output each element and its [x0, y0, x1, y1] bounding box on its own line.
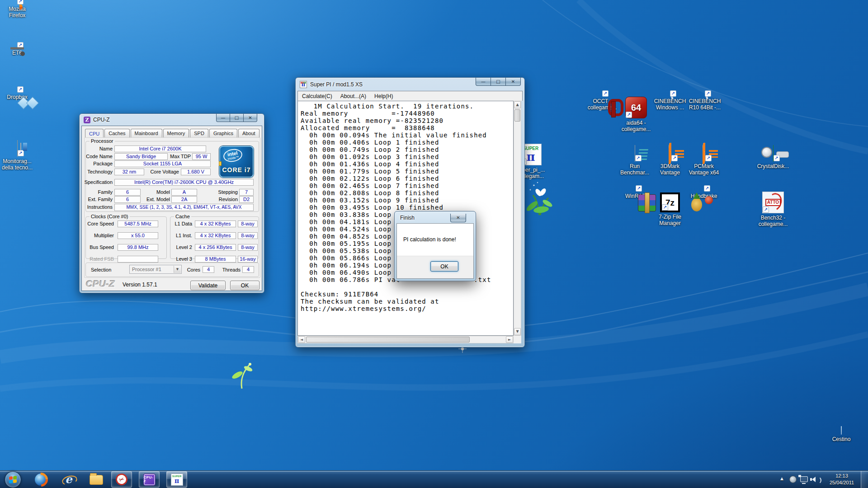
version-text: Version 1.57.1 — [123, 282, 157, 288]
cpuz-tab[interactable]: CPU — [85, 129, 104, 138]
atto-icon: ATTO ↗ — [762, 192, 784, 213]
cache-group: Cache L1 Data 4 x 32 KBytes 8-way L1 Ins… — [170, 216, 259, 259]
cpuz-tab[interactable]: Memory — [163, 129, 189, 138]
desktop-icon-occt[interactable]: ↗ OCCT - collegame... — [585, 97, 619, 111]
desktop: ↗ Mozilla Firefox ↗ ET6 ↗ Dro — [0, 0, 868, 488]
ok-button[interactable]: OK — [230, 281, 259, 290]
desktop-icon-bench32-atto[interactable]: ATTO ↗ Bench32 - collegame... — [756, 192, 790, 227]
desktop-icon-cinebench-windows[interactable]: ↗ CINEBENCH Windows ... — [653, 97, 687, 111]
cpuz-tab[interactable]: SPD — [190, 129, 208, 138]
snipping-tool-icon: ✂ — [114, 472, 129, 487]
volume-icon[interactable] — [812, 477, 816, 482]
network-icon[interactable] — [800, 476, 808, 482]
desktop-icon-label: aida64 - collegame... — [619, 120, 653, 132]
ok-button[interactable]: OK — [430, 261, 458, 272]
group-title: Processor — [90, 138, 115, 144]
package-label: Package — [80, 161, 113, 167]
start-button[interactable] — [5, 471, 21, 488]
scroll-right-button[interactable]: ► — [506, 336, 513, 343]
cpu-name-field: Intel Core i7 2600K — [114, 145, 206, 152]
desktop-icon-pcmark-vantage[interactable]: ↗ PCMark Vantage x64 — [687, 145, 721, 176]
desktop-icon-7zip[interactable]: 7z ↗ 7-Zip File Manager — [653, 192, 687, 226]
desktop-icon-mozilla-firefox[interactable]: ↗ Mozilla Firefox — [0, 5, 34, 19]
shortcut-arrow-icon: ↗ — [602, 90, 609, 97]
hidden-icons-arrow[interactable]: ▲ — [780, 477, 783, 481]
menu-item[interactable]: About...(A) — [336, 92, 370, 101]
finish-dialog: Finish ✕ PI calculation is done! OK — [394, 211, 476, 281]
maximize-button[interactable]: □ — [491, 78, 506, 86]
desktop-icon-monitoraggio[interactable]: ↗ Monitorag... della tecno... — [0, 141, 34, 171]
horizontal-scrollbar[interactable]: ◄ ► — [297, 336, 514, 343]
desktop-icon-aida64[interactable]: 64 ↗ aida64 - collegame... — [619, 97, 653, 132]
specification-field: Intel(R) Core(TM) i7-2600K CPU @ 3.40GHz — [114, 179, 254, 186]
minimize-button[interactable]: — — [476, 78, 491, 86]
desktop-icon-cinebench-r10[interactable]: ↗ CINEBENCH R10 64Bit -... — [688, 97, 722, 111]
desktop-icon-crystaldiskmark[interactable]: ↗ CrystalDisk... — [756, 145, 790, 169]
family-label: Family — [80, 189, 113, 195]
close-button[interactable]: ✕ — [243, 114, 257, 122]
taskbar-snipping-tool-button[interactable]: ✂ — [111, 471, 132, 488]
group-title: Cache — [174, 214, 191, 220]
shortcut-arrow-icon: ↗ — [705, 90, 711, 97]
show-desktop-button[interactable] — [861, 471, 868, 488]
model-label: Model — [143, 189, 170, 195]
clock-row: Core Speed 5487.5 MHz — [86, 221, 166, 229]
cpuz-tab[interactable]: Mainboard — [131, 129, 162, 138]
finish-dialog-body: PI calculation is done! OK — [396, 223, 474, 279]
threads-label: Threads — [219, 267, 241, 273]
menu-item[interactable]: Help(H) — [370, 92, 397, 101]
horizontal-scroll-thumb[interactable] — [306, 337, 470, 343]
intel-core-i7-logo: intelinside™ CORE i7 — [219, 146, 254, 178]
minimize-button[interactable]: — — [216, 114, 230, 122]
scroll-left-button[interactable]: ◄ — [298, 336, 305, 343]
specification-label: Specification — [80, 179, 113, 185]
taskbar-super-pi-button[interactable]: SUPER π — [166, 471, 187, 488]
instructions-label: Instructions — [80, 204, 113, 210]
threads-field: 4 — [242, 266, 254, 273]
close-button[interactable]: ✕ — [505, 78, 521, 86]
desktop-icon-recycle-bin[interactable]: Cestino — [824, 427, 859, 442]
ext-model-field: 2A — [171, 196, 197, 203]
shortcut-arrow-icon: ↗ — [763, 206, 769, 213]
shortcut-arrow-icon: ↗ — [635, 155, 642, 161]
scroll-up-button[interactable]: ▲ — [514, 101, 521, 108]
cpuz-tab[interactable]: Graphics — [209, 129, 237, 138]
scroll-down-button[interactable]: ▼ — [514, 328, 521, 335]
maximize-button[interactable]: □ — [230, 114, 244, 122]
desktop-icon-3dmark-vantage[interactable]: ↗ 3DMark Vantage — [653, 145, 687, 176]
shortcut-arrow-icon: ↗ — [705, 155, 712, 161]
cpuz-tab[interactable]: About — [238, 129, 259, 138]
desktop-icon-winrar[interactable]: ↗ WinRAR — [618, 192, 653, 199]
maxtdp-field: 95 W — [192, 153, 211, 160]
taskbar-cpuz-button[interactable]: CPU-Z — [139, 471, 160, 488]
shortcut-arrow-icon: ↗ — [662, 204, 668, 211]
cpuz-tab[interactable]: Caches — [104, 129, 129, 138]
desktop-icon-label: 7-Zip File Manager — [653, 214, 687, 226]
shortcut-arrow-icon: ↗ — [670, 90, 676, 97]
taskbar-clock[interactable]: 12:13 25/04/2011 — [826, 473, 858, 486]
processor-select[interactable]: Processor #1 ▼ — [129, 265, 182, 274]
clocks-group: Clocks (Core #0) Core Speed 5487.5 MHz M… — [85, 216, 167, 259]
cpuz-tab-strip: CPU Caches Mainboard Memory SPD Graphics… — [85, 129, 260, 138]
validate-button[interactable]: Validate — [190, 281, 226, 290]
cpuz-window: Z CPU-Z — □ ✕ CPU Caches Mainboard Memor… — [79, 113, 264, 293]
script-file-icon: ↗ — [635, 145, 635, 162]
core-voltage-field: 1.680 V — [181, 169, 211, 175]
desktop-icon-label: Handbrake — [687, 193, 721, 199]
desktop-icon-et6[interactable]: ↗ ET6 — [0, 48, 34, 56]
desktop-icon-dropbox[interactable]: ↗ Dropbox — [0, 93, 34, 100]
taskbar-internet-explorer-button[interactable]: e — [60, 471, 78, 488]
taskbar-firefox-button[interactable] — [32, 471, 50, 488]
menu-item[interactable]: Calculate(C) — [298, 92, 336, 101]
vertical-scrollbar[interactable]: ▲ ▼ — [514, 101, 521, 336]
close-icon[interactable]: ✕ — [450, 214, 466, 222]
firefox-icon — [35, 474, 47, 486]
codename-field: Sandy Bridge — [114, 153, 168, 160]
super-pi-app-icon: π — [300, 81, 307, 88]
desktop-icon-label: CINEBENCH R10 64Bit -... — [688, 98, 722, 111]
vertical-scroll-thumb[interactable] — [514, 109, 520, 122]
desktop-icon-handbrake[interactable]: ↗ Handbrake — [687, 192, 721, 199]
tray-badge-icon[interactable] — [789, 476, 797, 483]
desktop-icon-run-benchmark[interactable]: ↗ Run Benchmar... — [618, 145, 652, 176]
taskbar-explorer-button[interactable] — [87, 471, 105, 488]
